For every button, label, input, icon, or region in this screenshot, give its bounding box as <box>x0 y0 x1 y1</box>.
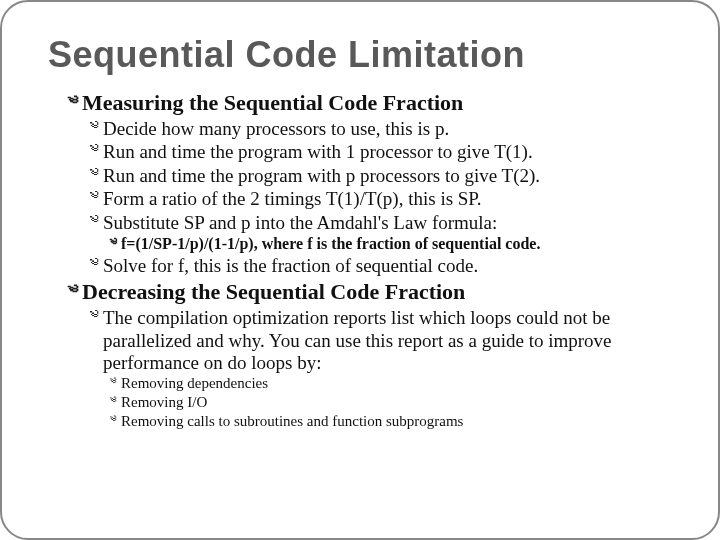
bullet-icon: ༄ <box>90 188 99 207</box>
item-text: Run and time the program with p processo… <box>103 165 672 187</box>
bullet-icon: ༄ <box>110 394 117 408</box>
subitem-text: Removing I/O <box>121 394 672 412</box>
item-text: Run and time the program with 1 processo… <box>103 141 672 163</box>
item-text: The compilation optimization reports lis… <box>103 307 672 374</box>
section-heading: ༄ Decreasing the Sequential Code Fractio… <box>48 279 672 305</box>
list-item: ༄ Form a ratio of the 2 timings T(1)/T(p… <box>48 188 672 210</box>
subitem-text: f=(1/SP-1/p)/(1-1/p), where f is the fra… <box>121 235 672 254</box>
list-subitem: ༄ Removing I/O <box>48 394 672 412</box>
bullet-icon: ༄ <box>90 307 99 326</box>
bullet-icon: ༄ <box>110 375 117 389</box>
item-text: Substitute SP and p into the Amdahl's La… <box>103 212 672 234</box>
bullet-icon: ༄ <box>90 255 99 274</box>
list-item: ༄ Solve for f, this is the fraction of s… <box>48 255 672 277</box>
bullet-icon: ༄ <box>68 279 78 301</box>
list-subitem: ༄ Removing calls to subroutines and func… <box>48 413 672 431</box>
bullet-icon: ༄ <box>110 235 117 250</box>
list-item: ༄ The compilation optimization reports l… <box>48 307 672 374</box>
subitem-text: Removing dependencies <box>121 375 672 393</box>
section-text: Decreasing the Sequential Code Fraction <box>82 279 672 305</box>
section-heading: ༄ Measuring the Sequential Code Fraction <box>48 90 672 116</box>
list-item: ༄ Decide how many processors to use, thi… <box>48 118 672 140</box>
list-subitem: ༄ Removing dependencies <box>48 375 672 393</box>
slide-frame: Sequential Code Limitation ༄ Measuring t… <box>0 0 720 540</box>
item-text: Solve for f, this is the fraction of seq… <box>103 255 672 277</box>
slide-title: Sequential Code Limitation <box>48 34 672 76</box>
subitem-text: Removing calls to subroutines and functi… <box>121 413 672 431</box>
list-item: ༄ Run and time the program with 1 proces… <box>48 141 672 163</box>
bullet-icon: ༄ <box>110 413 117 427</box>
list-item: ༄ Substitute SP and p into the Amdahl's … <box>48 212 672 234</box>
section-text: Measuring the Sequential Code Fraction <box>82 90 672 116</box>
bullet-icon: ༄ <box>90 141 99 160</box>
bullet-icon: ༄ <box>90 165 99 184</box>
list-item: ༄ Run and time the program with p proces… <box>48 165 672 187</box>
bullet-icon: ༄ <box>90 212 99 231</box>
bullet-icon: ༄ <box>68 90 78 112</box>
item-text: Decide how many processors to use, this … <box>103 118 672 140</box>
item-text: Form a ratio of the 2 timings T(1)/T(p),… <box>103 188 672 210</box>
bullet-icon: ༄ <box>90 118 99 137</box>
list-subitem: ༄ f=(1/SP-1/p)/(1-1/p), where f is the f… <box>48 235 672 254</box>
